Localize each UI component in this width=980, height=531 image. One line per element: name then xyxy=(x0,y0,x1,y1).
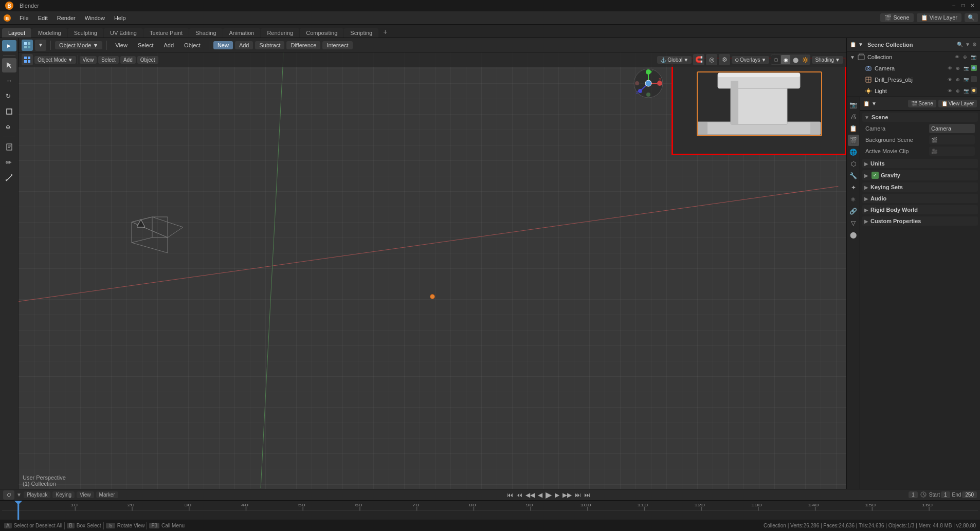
outliner-light[interactable]: Light 👁 ⊕ 📷 xyxy=(847,85,980,97)
collection-cursor[interactable]: ⊕ xyxy=(961,53,969,61)
light-eye[interactable]: 👁 xyxy=(946,87,953,95)
tab-shading[interactable]: Shading xyxy=(189,28,222,38)
vp-mode-select[interactable]: Object Mode▼ xyxy=(34,56,76,64)
light-cursor[interactable]: ⊕ xyxy=(954,87,961,95)
outliner-drill-press[interactable]: Drill_Press_obj 👁 ⊕ 📷 xyxy=(847,74,980,85)
view-menu[interactable]: View xyxy=(111,41,132,49)
drill-eye[interactable]: 👁 xyxy=(946,76,953,83)
drill-render[interactable]: 📷 xyxy=(963,76,970,83)
play-btn[interactable]: ▶ xyxy=(546,490,552,500)
jump-end-btn[interactable]: ⏭ xyxy=(584,491,590,499)
shading-options[interactable]: Shading ▼ xyxy=(812,56,843,64)
outliner-settings[interactable]: ⚙ xyxy=(972,42,977,47)
editor-type-btn[interactable]: ▼ xyxy=(35,40,46,51)
cursor-tool-btn[interactable] xyxy=(2,58,16,72)
collection-render[interactable]: 📷 xyxy=(970,53,977,61)
tab-layout[interactable]: Layout xyxy=(2,28,31,38)
jump-next-btn[interactable]: ▶▶ xyxy=(562,491,572,499)
drill-color[interactable] xyxy=(971,76,977,82)
material-mode[interactable]: ⬤ xyxy=(791,55,800,64)
annotate-tool-btn[interactable] xyxy=(2,140,16,154)
scene-select-btn[interactable]: 🎬 Scene xyxy=(908,100,936,107)
solid-mode[interactable]: ◉ xyxy=(781,55,790,64)
transform-tool-btn[interactable]: ⊕ xyxy=(2,120,16,134)
marker-menu[interactable]: Marker xyxy=(96,491,118,498)
custom-props-header[interactable]: ▶ Custom Properties xyxy=(862,216,978,226)
move-tool-btn[interactable]: ↔ xyxy=(2,74,16,88)
jump-prev-btn[interactable]: ◀◀ xyxy=(525,491,535,499)
rotate-view-btn[interactable]: 🖱 xyxy=(106,523,115,528)
timeline-type-icon[interactable]: ⏱ xyxy=(3,490,14,500)
current-frame-display[interactable]: 1 xyxy=(909,491,918,498)
search-button[interactable]: 🔍 xyxy=(965,13,978,22)
view-layer-select-btn[interactable]: 📋 View Layer xyxy=(938,100,977,107)
prop-modifiers-icon[interactable]: 🔧 xyxy=(848,170,859,181)
select-menu[interactable]: Select xyxy=(134,41,158,49)
snap-btn[interactable]: 🧲 xyxy=(693,54,704,65)
options-btn[interactable]: ⚙ xyxy=(719,54,730,65)
prop-render-icon[interactable]: 📷 xyxy=(848,99,859,111)
drill-cursor[interactable]: ⊕ xyxy=(954,76,961,83)
tab-texture-paint[interactable]: Texture Paint xyxy=(143,28,189,38)
orientation-widget[interactable]: X Y Z xyxy=(633,68,664,99)
vp-object-menu[interactable]: Object xyxy=(137,56,158,64)
outliner-type[interactable]: ▼ xyxy=(858,42,863,47)
next-frame-btn[interactable]: ▶ xyxy=(555,491,559,499)
jump-start-btn[interactable]: ⏮ xyxy=(507,491,513,499)
background-scene-value[interactable]: 🎬 xyxy=(929,135,975,144)
menu-file[interactable]: File xyxy=(15,14,33,22)
prop-object-icon[interactable]: ⬡ xyxy=(848,158,859,170)
active-movie-clip-value[interactable]: 🎥 xyxy=(929,147,975,156)
call-menu-btn[interactable]: F3 xyxy=(149,523,159,528)
outliner-camera[interactable]: Camera 👁 ⊕ 📷 xyxy=(847,63,980,74)
next-keyframe-btn[interactable]: ⏭ xyxy=(575,491,581,499)
prop-panel-icon[interactable]: 📋 xyxy=(863,101,869,106)
rendered-mode[interactable]: 🔆 xyxy=(801,55,810,64)
tab-animation[interactable]: Animation xyxy=(223,28,261,38)
light-render[interactable]: 📷 xyxy=(963,87,970,95)
tab-uv-editing[interactable]: UV Editing xyxy=(104,28,143,38)
menu-window[interactable]: Window xyxy=(81,14,109,22)
new-button[interactable]: New xyxy=(213,41,233,49)
vp-select-menu[interactable]: Select xyxy=(98,56,119,64)
audio-header[interactable]: ▶ Audio xyxy=(862,194,978,203)
prev-frame-btn[interactable]: ◀ xyxy=(538,491,542,499)
light-color[interactable] xyxy=(971,87,977,94)
menu-render[interactable]: Render xyxy=(53,14,80,22)
camera-color[interactable] xyxy=(971,65,977,71)
outliner-collection[interactable]: ▼ Collection 👁 ⊕ 📷 xyxy=(847,51,980,63)
tab-modeling[interactable]: Modeling xyxy=(32,28,67,38)
prop-world-icon[interactable]: 🌐 xyxy=(848,147,859,158)
tab-scripting[interactable]: Scripting xyxy=(344,28,378,38)
timeline-ruler[interactable]: 1 10 20 30 40 50 60 70 80 xyxy=(0,501,980,520)
units-header[interactable]: ▶ Units xyxy=(862,159,978,168)
keying-sets-header[interactable]: ▶ Keying Sets xyxy=(862,182,978,192)
overlays-btn[interactable]: ⊙ Overlays ▼ xyxy=(732,56,769,64)
prop-view-layer-icon[interactable]: 📋 xyxy=(848,123,859,134)
outliner-icon[interactable]: 📋 xyxy=(850,42,856,47)
subtract-button[interactable]: Subtract xyxy=(255,41,284,49)
object-menu[interactable]: Object xyxy=(180,41,205,49)
add-menu[interactable]: Add xyxy=(160,41,178,49)
timeline-type-btn[interactable]: ▼ xyxy=(16,492,22,498)
rigid-body-header[interactable]: ▶ Rigid Body World xyxy=(862,205,978,214)
menu-edit[interactable]: Edit xyxy=(34,14,52,22)
mode-select[interactable]: Object Mode ▼ xyxy=(55,41,102,49)
vp-view-menu[interactable]: View xyxy=(80,56,97,64)
view-menu-timeline[interactable]: View xyxy=(77,491,94,498)
menu-help[interactable]: Help xyxy=(110,14,130,22)
title-bar-controls[interactable]: – □ ✕ xyxy=(950,2,976,9)
view-layer-select[interactable]: 📋 View Layer xyxy=(917,13,961,22)
collection-collapse[interactable]: ▼ xyxy=(850,54,855,60)
collection-eye[interactable]: 👁 xyxy=(953,53,960,61)
outliner-filter[interactable]: 🔍 xyxy=(957,42,963,47)
camera-eye[interactable]: 👁 xyxy=(946,65,953,72)
transform-orientation[interactable]: ⚓ Global ▼ xyxy=(657,56,692,64)
tab-compositing[interactable]: Compositing xyxy=(300,28,343,38)
vp-add-menu[interactable]: Add xyxy=(120,56,136,64)
prop-scene-icon[interactable]: 🎬 xyxy=(848,135,859,146)
outliner-options[interactable]: ▼ xyxy=(965,42,970,47)
add-button[interactable]: Add xyxy=(235,41,253,49)
playback-menu[interactable]: Playback xyxy=(24,491,51,498)
prop-material-icon[interactable]: ⬤ xyxy=(848,229,859,241)
